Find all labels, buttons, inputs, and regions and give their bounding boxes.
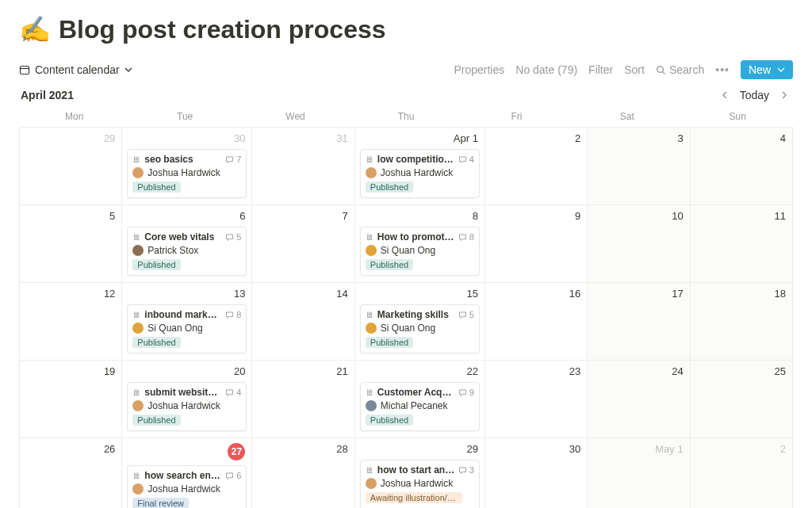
no-date-button[interactable]: No date (79): [515, 63, 577, 76]
status-tag: Published: [132, 337, 180, 348]
author-row: Joshua Hardwick: [366, 478, 474, 489]
day-number: 10: [592, 210, 684, 225]
day-number: 20: [127, 365, 247, 380]
card-title: inbound marketi…: [144, 309, 222, 320]
avatar: [132, 483, 144, 495]
document-icon: 🗎: [366, 155, 374, 164]
calendar-cell[interactable]: 5: [20, 205, 122, 283]
calendar-cell[interactable]: 30: [485, 438, 588, 508]
calendar-cell[interactable]: 7: [252, 205, 354, 283]
day-number: 8: [360, 210, 480, 225]
avatar: [366, 245, 377, 256]
filter-button[interactable]: Filter: [588, 63, 613, 76]
day-number: Apr 1: [360, 132, 480, 147]
calendar-cell[interactable]: 24: [588, 361, 690, 438]
calendar-cell[interactable]: May 1: [588, 438, 690, 508]
status-tag: Published: [132, 181, 180, 193]
view-selector[interactable]: Content calendar: [19, 63, 132, 76]
calendar-cell[interactable]: Apr 1🗎low competition…4Joshua HardwickPu…: [355, 128, 485, 205]
document-icon: 🗎: [366, 232, 374, 242]
event-card[interactable]: 🗎Core web vitals5Patrick StoxPublished: [127, 227, 247, 276]
avatar: [132, 245, 144, 256]
calendar-cell[interactable]: 20🗎submit website …4Joshua HardwickPubli…: [122, 361, 252, 438]
more-menu[interactable]: •••: [715, 63, 730, 76]
next-month-button[interactable]: [777, 90, 791, 101]
calendar-cell[interactable]: 12: [20, 283, 122, 361]
document-icon: 🗎: [132, 310, 141, 319]
card-title: submit website …: [144, 387, 222, 398]
calendar-cell[interactable]: 16: [485, 283, 588, 361]
calendar-cell[interactable]: 9: [485, 205, 588, 283]
calendar-cell[interactable]: 19: [20, 361, 122, 438]
calendar-cell[interactable]: 3: [588, 128, 690, 205]
calendar-cell[interactable]: 15🗎Marketing skills5Si Quan OngPublished: [355, 283, 485, 361]
event-card[interactable]: 🗎inbound marketi…8Si Quan OngPublished: [127, 304, 247, 353]
calendar-cell[interactable]: 13🗎inbound marketi…8Si Quan OngPublished: [122, 283, 252, 361]
calendar-cell[interactable]: 8🗎How to promote…8Si Quan OngPublished: [355, 205, 485, 283]
dow-label: Mon: [19, 106, 129, 127]
search-button[interactable]: Search: [656, 63, 704, 76]
author-row: Si Quan Ong: [366, 245, 474, 256]
dow-row: MonTueWedThuFriSatSun: [19, 106, 793, 127]
event-card[interactable]: 🗎How to promote…8Si Quan OngPublished: [360, 227, 480, 276]
new-label: New: [749, 63, 771, 76]
calendar-cell[interactable]: 4: [691, 128, 793, 205]
day-number: 22: [360, 365, 480, 380]
author-row: Patrick Stox: [132, 245, 241, 256]
day-number: 18: [695, 288, 787, 303]
author-row: Joshua Hardwick: [132, 400, 241, 411]
calendar-cell[interactable]: 23: [485, 361, 588, 438]
status-tag: Awaiting illustration/meta: [366, 492, 462, 503]
calendar-cell[interactable]: 10: [588, 205, 690, 283]
dow-label: Wed: [240, 106, 350, 127]
new-button[interactable]: New: [741, 60, 793, 79]
sort-button[interactable]: Sort: [624, 63, 645, 76]
calendar-cell[interactable]: 30🗎seo basics7Joshua HardwickPublished: [122, 128, 252, 205]
author-name: Joshua Hardwick: [147, 400, 220, 411]
author-row: Si Quan Ong: [366, 323, 474, 334]
search-icon: [656, 65, 666, 75]
calendar-cell[interactable]: 6🗎Core web vitals5Patrick StoxPublished: [122, 205, 252, 283]
calendar-cell[interactable]: 2: [485, 128, 588, 205]
calendar-cell[interactable]: 17: [588, 283, 690, 361]
event-card[interactable]: 🗎how search engi…6Joshua HardwickFinal r…: [127, 465, 247, 508]
day-number: 30: [127, 132, 247, 147]
day-number: 3: [592, 132, 684, 147]
document-icon: 🗎: [132, 155, 141, 164]
day-number: 17: [592, 288, 684, 303]
card-title: low competition…: [377, 154, 455, 165]
svg-rect-0: [21, 67, 29, 74]
calendar-cell[interactable]: 25: [691, 361, 793, 438]
prev-month-button[interactable]: [718, 90, 732, 101]
calendar-cell[interactable]: 28: [252, 438, 354, 508]
calendar-cell[interactable]: 2: [691, 438, 793, 508]
card-title: How to promote…: [377, 231, 455, 243]
calendar-cell[interactable]: 29: [20, 128, 122, 205]
event-card[interactable]: 🗎submit website …4Joshua HardwickPublish…: [127, 382, 247, 431]
calendar-cell[interactable]: 27🗎how search engi…6Joshua HardwickFinal…: [122, 438, 252, 508]
calendar-cell[interactable]: 14: [252, 283, 354, 361]
calendar-cell[interactable]: 29🗎how to start an …3Joshua HardwickAwai…: [355, 438, 485, 508]
event-card[interactable]: 🗎seo basics7Joshua HardwickPublished: [127, 149, 247, 198]
calendar-icon: [19, 64, 30, 75]
day-number: 29: [360, 443, 480, 458]
calendar-cell[interactable]: 31: [252, 128, 354, 205]
author-name: Joshua Hardwick: [381, 167, 453, 178]
event-card[interactable]: 🗎Customer Acqui…9Michal PecanekPublished: [360, 382, 480, 431]
card-title: how search engi…: [144, 470, 222, 481]
author-name: Michal Pecanek: [381, 400, 448, 411]
calendar-cell[interactable]: 11: [691, 205, 793, 283]
event-card[interactable]: 🗎Marketing skills5Si Quan OngPublished: [360, 304, 480, 353]
avatar: [132, 167, 144, 178]
calendar-cell[interactable]: 22🗎Customer Acqui…9Michal PecanekPublish…: [355, 361, 485, 438]
today-button[interactable]: Today: [740, 89, 769, 101]
properties-button[interactable]: Properties: [454, 63, 504, 76]
author-row: Michal Pecanek: [366, 400, 474, 411]
calendar-cell[interactable]: 21: [252, 361, 354, 438]
calendar-cell[interactable]: 26: [20, 438, 122, 508]
comment-count: 5: [458, 310, 474, 319]
calendar-cell[interactable]: 18: [691, 283, 793, 361]
comment-count: 4: [458, 155, 474, 164]
event-card[interactable]: 🗎low competition…4Joshua HardwickPublish…: [360, 149, 480, 198]
event-card[interactable]: 🗎how to start an …3Joshua HardwickAwaiti…: [360, 460, 480, 508]
